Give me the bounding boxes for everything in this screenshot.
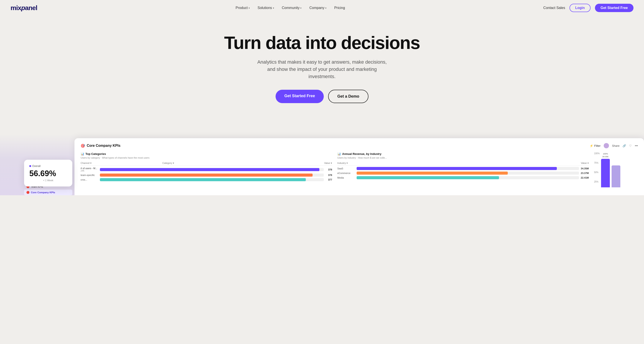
dashboard-main-panel: 🎯 Core Company KPIs ⚡ Filter Share 🔗 ♡ •… [74,138,644,195]
chevron-down-icon: ▾ [273,7,274,9]
y-axis-25: 25% [594,181,600,183]
nav-product[interactable]: Product ▾ [236,6,250,10]
hero-subheading: Analytics that makes it easy to get answ… [254,58,390,80]
nav-get-started-button[interactable]: Get Started Free [595,4,634,12]
annual-revenue-icon: 📊 [337,152,341,155]
hero-buttons: Get Started Free Get a Demo [9,90,635,103]
more-icon[interactable]: ••• [635,144,638,147]
chevron-down-icon: ▾ [248,7,250,9]
logo[interactable]: mixpanel [10,4,37,12]
dashboard-preview: Overall 56.69% < 1 Week 🔴 Retention anal… [0,125,644,195]
bar-1 [601,159,610,187]
retention-period: < 1 Week [29,179,67,182]
y-axis-75: 75% [594,162,600,164]
bar-chart-visual: 100% 75% 50% 25% 100% 34.05K [594,152,638,187]
hero-section: Turn data into decisions Analytics that … [0,16,644,125]
hero-heading: Turn data into decisions [224,33,420,52]
share-button[interactable]: Share [612,144,620,147]
link-icon[interactable]: 🔗 [622,144,626,147]
retention-card: Overall 56.69% < 1 Week [24,160,72,187]
overall-label: Overall [32,164,40,167]
y-axis-100: 100% [594,152,600,155]
bar-wrap-2 [612,165,620,187]
table-header-left: Channel ▾ Category ▾ Value ▾ [80,162,332,166]
filter-icon: ⚡ [590,144,593,147]
chevron-down-icon: ▾ [300,7,302,9]
sidebar-core-kpis-item[interactable]: 🔴 Core Company KPIs [24,190,72,195]
nav-actions: Contact Sales Login Get Started Free [543,4,634,12]
nav-solutions[interactable]: Solutions ▾ [258,6,274,10]
nav-company[interactable]: Company ▾ [309,6,326,10]
navbar: mixpanel Product ▾ Solutions ▾ Community… [0,0,644,16]
filter-button[interactable]: ⚡ Filter [590,144,601,147]
retention-value: 56.69% [29,169,67,178]
dashboard-title-emoji: 🎯 [80,144,85,148]
sidebar-core-kpis-label: Core Company KPIs [31,191,55,194]
top-categories-chart: 📊 Top Categories Users by category · Wha… [80,152,332,187]
top-categories-title: Top Categories [86,152,106,155]
nav-community[interactable]: Community ▾ [282,6,302,10]
top-categories-subtitle: Users by category · What types of channe… [80,156,332,159]
bar-pct-1: 100% [603,153,608,155]
table-row: Media 22.41M [337,176,589,179]
nav-links: Product ▾ Solutions ▾ Community ▾ Compan… [236,6,345,10]
user-avatar [604,143,609,148]
dashboard-header: 🎯 Core Company KPIs ⚡ Filter Share 🔗 ♡ •… [80,143,638,148]
bar-wrap-1: 100% 34.05K [601,153,610,187]
annual-revenue-chart: 📊 Annual Revenue, by Industry Users by i… [337,152,589,187]
annual-revenue-subtitle: Users by industry · How much $ are we co… [337,156,589,159]
hero-demo-button[interactable]: Get a Demo [328,90,368,103]
overall-indicator [29,165,31,167]
login-button[interactable]: Login [570,4,590,12]
table-header-right: Industry ▾ Value ▾ [337,162,589,166]
dashboard-columns: 📊 Top Categories Users by category · Wha… [80,152,638,187]
bar-sublabel: 34.05K [602,155,609,158]
chevron-down-icon: ▾ [325,7,326,9]
nav-pricing[interactable]: Pricing [334,6,345,10]
bar-2 [612,165,620,187]
table-row: eCommerce 23.37M [337,171,589,175]
dashboard-actions: ⚡ Filter Share 🔗 ♡ ••• [590,143,638,148]
core-kpis-emoji: 🔴 [26,191,30,194]
table-row: SaaS 34.35M [337,167,589,170]
dashboard-title: 🎯 Core Company KPIs [80,144,120,148]
table-row: team-specific 378 [80,174,332,177]
top-categories-icon: 📊 [80,152,84,155]
table-row: # of users - M... 24K 378 [80,167,332,172]
contact-sales-link[interactable]: Contact Sales [543,6,565,10]
annual-revenue-title: Annual Revenue, by Industry [342,152,381,155]
y-axis-50: 50% [594,171,600,174]
table-row: cros... 377 [80,178,332,181]
heart-icon[interactable]: ♡ [629,144,632,147]
hero-get-started-button[interactable]: Get Started Free [276,90,324,103]
